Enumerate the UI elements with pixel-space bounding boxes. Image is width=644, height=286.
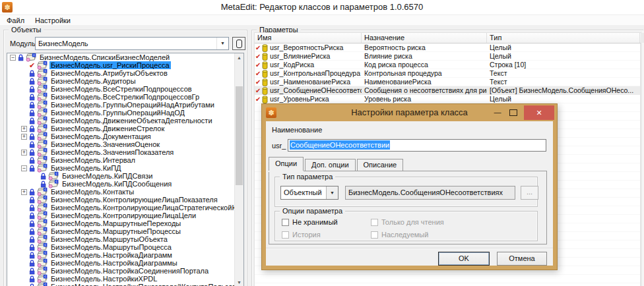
tree-item-label: БизнесМодель.МаршрутыПроцесса — [49, 243, 173, 251]
lock-icon — [18, 54, 24, 61]
column-header-extra[interactable] — [640, 33, 643, 43]
table-row[interactable]: ✔ usr_ВероятностьРиска Вероятность риска… — [255, 43, 641, 52]
lock-icon — [29, 141, 35, 148]
checkbox-box-icon[interactable] — [371, 219, 378, 226]
param-purpose: Сообщения о несоответствиях для риск... — [362, 86, 487, 95]
param-purpose: НаименованиеРиска — [362, 78, 487, 86]
scrollbar-thumb[interactable] — [236, 86, 243, 185]
tab-2[interactable]: Описание — [357, 159, 404, 171]
module-extra-button[interactable] — [232, 37, 245, 50]
tab-0[interactable]: Опции — [269, 157, 304, 171]
module-value: БизнесМодель — [38, 40, 88, 47]
table-row[interactable]: ✔ usr_НаименованиеРиска НаименованиеРиск… — [255, 78, 641, 86]
checkmark-icon: ✔ — [255, 61, 262, 69]
ok-button[interactable]: OK — [438, 252, 490, 266]
column-header-type[interactable]: Тип — [487, 33, 640, 43]
class-icon: c — [48, 179, 59, 188]
tree-item-label: БизнесМодель.usr_РискиПроцесса — [49, 61, 171, 69]
maximize-icon — [509, 109, 517, 116]
tree-item-label: БизнесМодель.МаршрутныеПроцессы — [49, 227, 182, 235]
close-button[interactable]: ✕ — [524, 105, 554, 120]
parameter-name-input[interactable]: СообщениеОНесоответствии — [288, 139, 546, 152]
checkbox-box-icon[interactable] — [371, 231, 378, 239]
checkmark-icon: ✔ — [255, 95, 262, 103]
svg-text:c: c — [44, 61, 46, 65]
expander-icon[interactable]: + — [21, 189, 27, 195]
table-row[interactable]: ✔ usr_КонтрольнаяПроцедура Контрольная п… — [255, 69, 641, 78]
minimize-button[interactable]: — — [492, 105, 503, 120]
tab-1[interactable]: Доп. опции — [305, 159, 355, 171]
lock-icon — [29, 109, 35, 117]
tree-item-label: БизнесМодель.ДвижениеОбъектаДеятельности — [49, 117, 214, 125]
tree-item-label: БизнесМодель.ВсеСтрелкиПодпроцессовГр — [49, 93, 201, 101]
lock-icon — [29, 228, 35, 235]
expander-icon[interactable]: + — [21, 150, 27, 156]
table-row[interactable]: ✔ usr_УровеньРиска Уровень риска Целый — [255, 95, 641, 103]
lock-icon — [29, 236, 35, 243]
type-object-field[interactable]: БизнесМодель.СообщенияОНесоответствиях — [345, 186, 515, 200]
selected-text: СообщениеОНесоответствии — [290, 140, 390, 150]
param-name-cell: ✔ usr_УровеньРиска — [255, 95, 362, 103]
checkbox[interactable]: Не хранимый — [282, 218, 371, 226]
svg-text:c: c — [44, 124, 46, 128]
title-bar[interactable]: ✽ MetaEdit: Редактор классов и параметро… — [0, 0, 644, 15]
module-select[interactable]: БизнесМодель ▼ — [35, 37, 229, 50]
tree-item-label: БизнесМодель.НастройкаСоединенияПортала — [49, 267, 210, 275]
expander-icon[interactable]: − — [10, 55, 16, 61]
scroll-up-icon[interactable]: ▲ — [235, 53, 243, 62]
tree-item-label: БизнесМодель.ГруппыОперацийНадАтрибутами — [49, 101, 216, 109]
tree-item-label: БизнесМодель.НастройкаДиаграмм — [49, 251, 174, 259]
lock-icon — [29, 157, 35, 164]
svg-text:c: c — [44, 250, 46, 254]
tree-item[interactable]: ✔ c БизнесМодель.НастройкиПоказателейКок… — [7, 283, 243, 286]
tree-scrollbar[interactable]: ▲ ▼ — [234, 53, 243, 286]
lock-icon — [29, 220, 35, 227]
expander-icon[interactable]: + — [21, 126, 27, 132]
menu-file[interactable]: Файл — [7, 16, 24, 24]
scroll-down-icon[interactable]: ▼ — [235, 278, 243, 286]
table-row[interactable]: ✔ usr_ВлияниеРиска Влияние риска Целый — [255, 52, 641, 61]
dialog-body: Наименование usr_ СообщениеОНесоответств… — [266, 121, 553, 266]
param-name-cell: ✔ usr_ВероятностьРиска — [255, 43, 362, 52]
svg-text:c: c — [44, 84, 46, 88]
tree-item-label: БизнесМодель.Документация — [49, 132, 152, 140]
column-header-name[interactable]: Имя — [255, 33, 362, 43]
checkbox: Только для чтения — [371, 218, 532, 226]
checkbox: История — [282, 231, 371, 239]
tree-item-label: БизнесМодель.Аудиторы — [49, 77, 137, 85]
checkbox-label: История — [292, 231, 321, 239]
type-kind-value: Объектный — [284, 188, 322, 196]
tree-item-label: БизнесМодель.НастройкиПоказателейКокпита… — [49, 283, 244, 286]
tree-item-label: БизнесМодель.ВсеСтрелкиПодпроцессов — [49, 85, 193, 93]
maximize-button[interactable] — [507, 105, 520, 120]
svg-text:c: c — [44, 76, 46, 80]
tree-item[interactable]: − ✔ c БизнесМодель.КиПД — [7, 164, 243, 172]
table-row[interactable]: ✔ usr_КодРиска Код риска процесса Строка… — [255, 61, 641, 69]
browse-button[interactable]: ... — [521, 186, 538, 200]
lock-icon — [29, 212, 35, 219]
column-header-purpose[interactable]: Назначение — [362, 33, 487, 43]
tree-item-label: БизнесМодель.КонтролирующиеЛицаЦели — [49, 212, 197, 219]
window-title: MetaEdit: Редактор классов и параметров … — [0, 2, 644, 12]
module-label: Модуль: — [10, 40, 38, 47]
svg-text:c: c — [44, 235, 46, 239]
menu-settings[interactable]: Настройки — [35, 16, 71, 24]
checkbox-box-icon[interactable] — [282, 231, 289, 239]
expander-icon[interactable]: + — [21, 134, 27, 140]
param-type: Строка [10] — [487, 61, 640, 69]
expander-icon[interactable]: − — [21, 165, 27, 171]
parameter-icon — [262, 61, 268, 69]
lock-icon — [29, 117, 35, 125]
cancel-button[interactable]: Отмена — [497, 252, 547, 266]
table-row[interactable]: ✔ usr_СообщениеОНесоответствии Сообщения… — [255, 86, 641, 95]
tree-item-label: БизнесМодель.СпискиБизнесМоделей — [38, 53, 171, 61]
lock-icon — [29, 94, 35, 101]
tree-item-label: БизнесМодель.ДвижениеСтрелок — [49, 125, 166, 132]
lock-icon — [29, 149, 35, 156]
tree-item[interactable]: ✔ c БизнесМодель.КиПДСвязи — [7, 172, 243, 180]
param-purpose: Контрольная процедура — [362, 69, 487, 78]
type-kind-select[interactable]: Объектный ▼ — [280, 186, 338, 200]
dialog-title-bar[interactable]: ✽ Настройки параметра класса — ✕ — [262, 104, 557, 121]
checkbox-box-icon[interactable] — [282, 219, 289, 226]
checkmark-icon: ✔ — [255, 52, 262, 61]
